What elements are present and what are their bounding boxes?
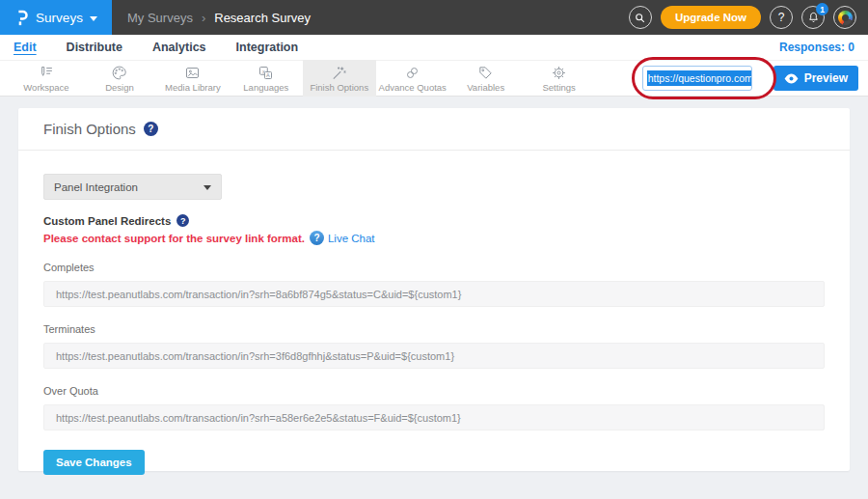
tab-distribute[interactable]: Distribute xyxy=(67,41,122,54)
questionpro-logo-icon xyxy=(14,8,29,27)
languages-icon: x A xyxy=(258,65,274,81)
toolbar-item-settings[interactable]: Settings xyxy=(523,60,596,97)
breadcrumb: My Surveys › Research Survey xyxy=(127,11,311,25)
variables-tag-icon xyxy=(477,65,494,81)
tab-analytics[interactable]: Analytics xyxy=(152,41,206,54)
toolbar-item-label: Media Library xyxy=(165,82,221,93)
search-icon xyxy=(634,12,646,24)
toolbar-item-languages[interactable]: x A Languages xyxy=(230,60,303,97)
completes-url-input[interactable] xyxy=(43,281,825,307)
toolbar-item-label: Design xyxy=(105,82,134,93)
finish-options-wand-icon xyxy=(331,65,347,81)
avatar-gauge-icon xyxy=(838,11,853,25)
toolbar-item-finish-options[interactable]: Finish Options xyxy=(303,60,376,97)
preview-button-label: Preview xyxy=(804,71,848,85)
upgrade-now-button[interactable]: Upgrade Now xyxy=(661,6,761,29)
save-changes-button[interactable]: Save Changes xyxy=(43,450,145,475)
page-title: Finish Options xyxy=(43,121,136,137)
card-header: Finish Options ? xyxy=(18,108,850,151)
toolbar-item-label: Finish Options xyxy=(310,82,368,93)
support-notice: Please contact support for the survey li… xyxy=(43,231,825,245)
help-button[interactable]: ? xyxy=(770,6,793,29)
product-switcher[interactable]: Surveys xyxy=(0,0,112,35)
toolbar-item-label: Settings xyxy=(542,82,575,93)
live-chat-link[interactable]: Live Chat xyxy=(328,233,375,244)
account-avatar[interactable] xyxy=(833,6,856,29)
notification-badge: 1 xyxy=(816,3,828,15)
search-button[interactable] xyxy=(629,6,652,29)
responses-count: Responses: 0 xyxy=(779,41,854,54)
toolbar-item-workspace[interactable]: Workspace xyxy=(10,60,83,97)
preview-button[interactable]: Preview xyxy=(773,66,858,91)
terminates-url-input[interactable] xyxy=(43,343,825,369)
eye-icon xyxy=(784,73,799,84)
finish-options-card: Finish Options ? Panel Integration Custo… xyxy=(18,108,850,471)
toolbar-item-label: Languages xyxy=(243,82,288,93)
design-palette-icon xyxy=(111,65,127,81)
toolbar-item-variables[interactable]: Variables xyxy=(449,60,523,97)
breadcrumb-my-surveys[interactable]: My Surveys xyxy=(127,11,193,25)
notifications-button[interactable]: 1 xyxy=(801,6,825,29)
chevron-down-icon xyxy=(90,16,97,21)
toolbar-item-advance-quotas[interactable]: Advance Quotas xyxy=(376,60,449,97)
toolbar-item-design[interactable]: Design xyxy=(83,60,156,97)
over-quota-label: Over Quota xyxy=(43,385,825,397)
custom-panel-redirects-help-icon[interactable]: ? xyxy=(176,214,189,227)
workspace-icon xyxy=(38,65,54,81)
live-chat-icon[interactable]: ? xyxy=(310,231,324,245)
main-content: Finish Options ? Panel Integration Custo… xyxy=(0,97,868,471)
tab-integration[interactable]: Integration xyxy=(236,41,299,54)
toolbar-item-label: Variables xyxy=(467,82,504,93)
terminates-label: Terminates xyxy=(43,323,825,335)
chevron-down-icon xyxy=(203,185,211,190)
panel-type-selected-value: Panel Integration xyxy=(54,181,138,193)
panel-type-select[interactable]: Panel Integration xyxy=(43,174,222,200)
card-body: Panel Integration Custom Panel Redirects… xyxy=(18,151,850,475)
toolbar-item-label: Workspace xyxy=(23,82,68,93)
completes-label: Completes xyxy=(43,262,825,273)
section-heading-label: Custom Panel Redirects xyxy=(43,215,171,227)
survey-url-input[interactable]: https://questionpro.com/t/A xyxy=(642,66,752,91)
edit-toolbar: Workspace Design Media Library x A Langu… xyxy=(0,60,868,97)
settings-gear-icon xyxy=(551,65,567,81)
topbar: Surveys My Surveys › Research Survey Upg… xyxy=(0,0,868,35)
survey-url-wrap: https://questionpro.com/t/A xyxy=(642,66,752,91)
breadcrumb-current: Research Survey xyxy=(214,11,311,25)
advance-quotas-link-icon xyxy=(404,65,420,81)
over-quota-url-input[interactable] xyxy=(43,404,825,430)
toolbar-item-media-library[interactable]: Media Library xyxy=(156,60,230,97)
breadcrumb-separator: › xyxy=(202,11,205,25)
support-notice-text: Please contact support for the survey li… xyxy=(43,233,305,244)
media-library-icon xyxy=(184,65,201,81)
topbar-actions: Upgrade Now ? 1 xyxy=(629,6,868,29)
product-name: Surveys xyxy=(36,11,83,25)
svg-text:A: A xyxy=(266,72,270,78)
tab-edit[interactable]: Edit xyxy=(14,41,37,54)
question-mark-icon: ? xyxy=(778,11,785,24)
survey-nav-tabs: Edit Distribute Analytics Integration Re… xyxy=(0,35,868,60)
custom-panel-redirects-heading: Custom Panel Redirects ? xyxy=(43,214,825,227)
survey-url-selected-text: https://questionpro.com/t/A xyxy=(647,70,752,86)
toolbar-item-label: Advance Quotas xyxy=(379,82,447,93)
finish-options-help-icon[interactable]: ? xyxy=(144,122,158,136)
